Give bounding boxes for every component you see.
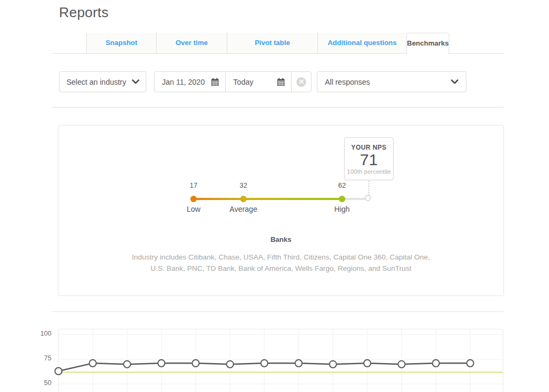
tab-over-time[interactable]: Over time [156, 33, 227, 53]
scale-label-low: Low [169, 205, 218, 213]
y-axis-tick-label: 50 [31, 379, 51, 387]
scale-dot-high [339, 196, 345, 202]
benchmark-card: YOUR NPS 71 100th percentile 17 32 62 Lo… [58, 125, 504, 296]
tab-snapshot[interactable]: Snapshot [86, 33, 156, 53]
chart-data-point[interactable] [467, 360, 474, 367]
your-nps-percentile: 100th percentile [345, 168, 393, 175]
scale-value-average: 32 [233, 181, 254, 189]
scale-dot-average [240, 196, 247, 202]
nps-line-chart [58, 329, 503, 392]
scale-label-high: High [318, 205, 366, 213]
chevron-down-icon [451, 79, 458, 84]
date-start-field[interactable]: Jan 11, 2020 [154, 72, 225, 92]
your-nps-value: 71 [345, 151, 393, 168]
section-divider [52, 107, 504, 108]
industry-select-dropdown[interactable]: Select an industry [59, 71, 146, 92]
scale-value-high: 62 [331, 181, 353, 189]
tab-pivot-table[interactable]: Pivot table [227, 33, 317, 53]
chart-data-point[interactable] [398, 361, 405, 368]
your-nps-title: YOUR NPS [345, 144, 393, 151]
chart-data-point[interactable] [227, 361, 234, 368]
chart-data-point[interactable] [261, 360, 268, 367]
chart-data-point[interactable] [124, 361, 131, 368]
industry-description-line1: Industry includes Citibank, Chase, USAA,… [58, 253, 503, 261]
tab-benchmarks[interactable]: Benchmarks [406, 33, 449, 54]
responses-select-value: All responses [325, 78, 370, 86]
industry-description-line2: U.S. Bank, PNC, TD Bank, Bank of America… [58, 264, 503, 272]
industry-select-value: Select an industry [66, 78, 126, 86]
calendar-icon [211, 78, 219, 86]
chart-data-point[interactable] [158, 360, 165, 367]
tooltip-connector-line [368, 181, 369, 195]
calendar-icon [277, 78, 285, 86]
chevron-down-icon [132, 79, 139, 84]
chart-data-point[interactable] [330, 361, 337, 368]
reports-tab-bar: SnapshotOver timePivot tableAdditional q… [52, 33, 504, 54]
scale-value-low: 17 [183, 181, 204, 189]
tab-bar-spacer [52, 33, 86, 53]
date-end-field[interactable]: Today [225, 72, 291, 92]
page-title: Reports [59, 4, 108, 21]
nps-trend-svg [58, 329, 503, 392]
chart-data-point[interactable] [433, 360, 440, 367]
your-nps-tooltip: YOUR NPS 71 100th percentile [344, 137, 394, 180]
benchmark-scale-gradient-track [194, 198, 342, 200]
date-start-value: Jan 11, 2020 [162, 78, 205, 86]
responses-select-dropdown[interactable]: All responses [317, 71, 466, 92]
chart-data-point[interactable] [364, 360, 371, 367]
tab-additional-questions[interactable]: Additional questions [317, 33, 406, 53]
scale-dot-low [190, 196, 197, 202]
industry-name: Banks [58, 235, 503, 243]
chart-data-point[interactable] [55, 368, 62, 375]
chart-data-point[interactable] [90, 360, 97, 367]
close-icon: ✕ [296, 77, 306, 87]
scale-marker-your-nps[interactable] [365, 195, 371, 201]
chart-y-axis-labels: 1007550 [31, 329, 51, 392]
chart-data-point[interactable] [192, 360, 199, 367]
y-axis-tick-label: 100 [31, 330, 51, 337]
chart-data-point[interactable] [295, 360, 302, 367]
clear-dates-button[interactable]: ✕ [291, 72, 311, 92]
date-end-value: Today [233, 78, 253, 86]
scale-label-average: Average [219, 205, 268, 213]
section-divider [52, 311, 504, 312]
y-axis-tick-label: 75 [31, 354, 51, 362]
date-range-picker: Jan 11, 2020 Today [154, 71, 311, 92]
